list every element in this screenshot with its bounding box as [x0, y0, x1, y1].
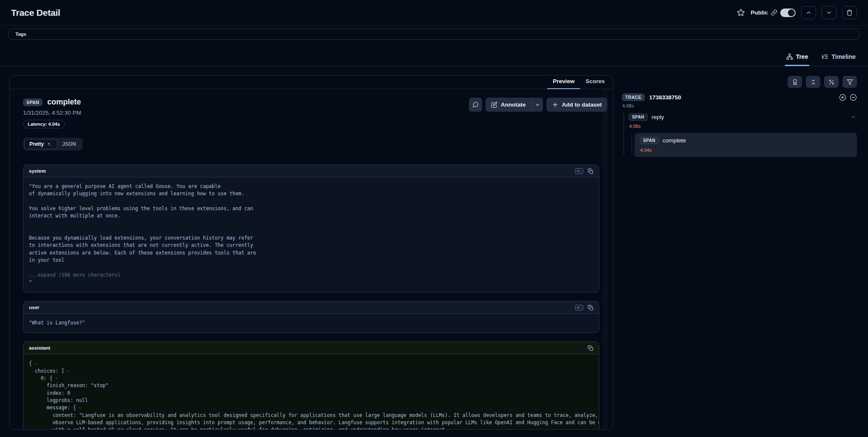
- previous-trace-button[interactable]: [801, 6, 816, 19]
- span-name: complete: [663, 137, 686, 144]
- span-duration: 4.04s: [640, 148, 852, 153]
- trace-root-row[interactable]: TRACE 1738338750: [620, 93, 857, 101]
- collapse-caret-icon[interactable]: [78, 406, 82, 410]
- expand-link[interactable]: ...expand (596 more characters): [29, 272, 593, 279]
- tab-timeline-label: Timeline: [831, 53, 856, 60]
- annotate-dropdown-button[interactable]: [532, 98, 543, 112]
- code-line: [29, 264, 593, 271]
- copy-button[interactable]: [588, 305, 593, 310]
- annotate-split-button: Annotate: [486, 98, 543, 112]
- message-block-system: system M↓ "You are a general purpose AI …: [23, 165, 599, 292]
- tags-label: Tags: [15, 32, 26, 37]
- copy-button[interactable]: [588, 345, 593, 351]
- panel-scrollbar[interactable]: [604, 90, 607, 429]
- trace-tree-panel: TRACE 1738338750 4.08s SPAN reply 4.08s: [620, 75, 857, 157]
- markdown-icon[interactable]: M↓: [575, 305, 583, 310]
- tree-guide-line: [632, 133, 632, 154]
- tab-tree-label: Tree: [796, 53, 808, 60]
- collapse-caret-icon[interactable]: [55, 376, 58, 380]
- public-toggle[interactable]: [780, 9, 796, 17]
- json-line: finish_reason: "stop": [29, 382, 593, 389]
- annotations-toggle-button[interactable]: [788, 76, 802, 88]
- content-area: Preview Scores SPAN complete 1/31/2025, …: [0, 66, 868, 430]
- expand-all-button[interactable]: [839, 94, 846, 101]
- tags-section[interactable]: Tags: [9, 29, 859, 40]
- json-line: {: [29, 360, 593, 367]
- collapse-all-button[interactable]: [806, 76, 820, 88]
- chevron-down-icon: [826, 9, 832, 16]
- tab-preview[interactable]: Preview: [547, 78, 580, 89]
- tab-timeline[interactable]: Timeline: [820, 53, 857, 66]
- code-line: [29, 220, 593, 227]
- trace-badge: TRACE: [622, 93, 645, 101]
- message-block-user: user M↓ "What is Langfuse?": [23, 301, 599, 333]
- timeline-icon: [822, 53, 828, 60]
- annotate-button[interactable]: Annotate: [486, 98, 532, 112]
- code-line: ": [29, 279, 593, 286]
- trace-id: 1738338750: [649, 94, 681, 101]
- star-icon: [737, 9, 745, 17]
- user-message-content: "What is Langfuse?": [23, 314, 599, 333]
- format-json-button[interactable]: JSON: [57, 139, 81, 149]
- span-type-badge: SPAN: [23, 98, 43, 106]
- filter-button[interactable]: [842, 76, 857, 88]
- system-message-content: "You are a general purpose AI agent call…: [23, 177, 599, 292]
- latency-badge: Latency: 4.04s: [23, 120, 65, 128]
- json-line: with a self-hosted UI or cloud service. …: [29, 426, 593, 430]
- sparkles-icon: [46, 142, 52, 147]
- collapse-tree-button[interactable]: [850, 94, 857, 101]
- tab-scores[interactable]: Scores: [580, 78, 610, 89]
- panel-tabs: Preview Scores: [10, 75, 613, 89]
- span-duration: 4.08s: [629, 124, 857, 129]
- tree-controls: [620, 76, 857, 88]
- add-to-dataset-label: Add to dataset: [562, 101, 602, 108]
- chevrons-collapse-icon: [810, 79, 816, 85]
- span-title: complete: [47, 98, 81, 107]
- tree-zoom-controls: [839, 94, 857, 101]
- code-line: You solve higher level problems using th…: [29, 205, 593, 212]
- code-line: [29, 227, 593, 234]
- comment-button[interactable]: [469, 98, 482, 112]
- collapse-caret-icon[interactable]: [66, 369, 70, 373]
- page-title: Trace Detail: [11, 8, 60, 18]
- json-line: choices: [: [29, 368, 593, 375]
- next-trace-button[interactable]: [822, 6, 836, 19]
- tree-guide-line: [624, 112, 624, 155]
- format-pretty-button[interactable]: Pretty: [24, 139, 57, 149]
- public-share-control: Public: [750, 9, 796, 17]
- code-line: "You are a general purpose AI agent call…: [29, 183, 593, 190]
- span-meta: SPAN complete 1/31/2025, 4:52:30 PM Late…: [23, 98, 81, 128]
- public-label: Public: [750, 9, 768, 16]
- metrics-toggle-button[interactable]: [824, 76, 839, 88]
- add-to-dataset-button[interactable]: Add to dataset: [546, 98, 607, 112]
- assistant-message-header: assistant: [23, 342, 599, 354]
- chevron-up-icon: [805, 9, 812, 16]
- tab-tree[interactable]: Tree: [785, 53, 810, 66]
- markdown-icon[interactable]: M↓: [575, 168, 583, 174]
- panel-body: SPAN complete 1/31/2025, 4:52:30 PM Late…: [10, 89, 613, 430]
- delete-trace-button[interactable]: [842, 6, 857, 19]
- page-header: Trace Detail Public: [0, 0, 868, 26]
- tree-node-reply[interactable]: SPAN reply: [629, 113, 857, 121]
- json-line: logprobs: null: [29, 397, 593, 404]
- plus-circle-icon: [839, 94, 846, 101]
- code-line: interact with multiple at once.: [29, 212, 593, 220]
- code-line: [29, 198, 593, 205]
- plus-icon: [552, 101, 558, 108]
- span-badge: SPAN: [640, 137, 659, 144]
- collapse-node-button[interactable]: [851, 114, 856, 120]
- tree-node-complete[interactable]: SPAN complete 4.04s: [635, 133, 857, 157]
- bookmark-star-button[interactable]: [737, 9, 745, 17]
- copy-button[interactable]: [588, 168, 593, 174]
- assistant-message-content: { choices: [ 0: { finish_reason: "stop" …: [23, 354, 599, 430]
- percent-icon: [828, 79, 835, 85]
- message-role-label: user: [29, 305, 39, 310]
- message-block-assistant: assistant { choices: [ 0: { finish_reaso…: [23, 341, 599, 430]
- collapse-caret-icon[interactable]: [34, 362, 38, 366]
- code-line: Because you dynamically load extensions,…: [29, 234, 593, 242]
- copy-icon: [588, 305, 593, 310]
- public-link-icon: [771, 9, 777, 16]
- comment-icon: [472, 101, 479, 108]
- chevron-down-icon: [535, 102, 540, 107]
- span-actions: Annotate Add to dataset: [469, 98, 607, 112]
